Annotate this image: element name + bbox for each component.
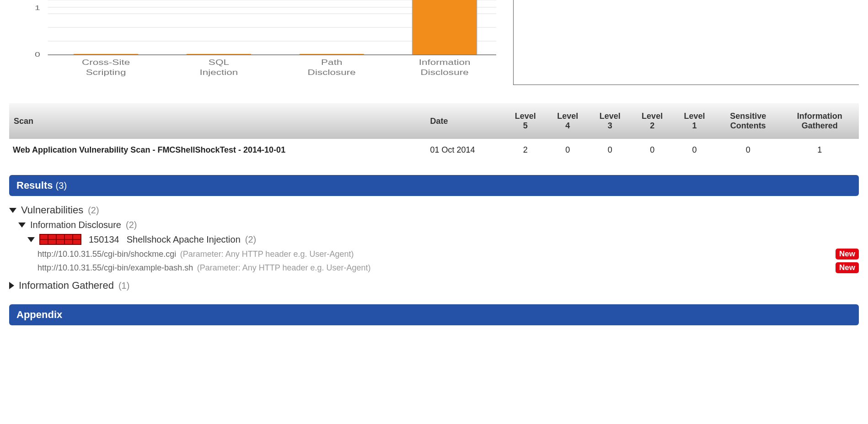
cell-l3: 0 bbox=[589, 139, 631, 161]
new-badge: New bbox=[836, 262, 859, 273]
vulnerabilities-node[interactable]: Vulnerabilities (2) bbox=[9, 204, 859, 216]
secondary-chart-box bbox=[513, 0, 859, 85]
cell-sc: 0 bbox=[716, 139, 781, 161]
th-l3: Level3 bbox=[589, 103, 631, 139]
ytick-0: 0 bbox=[35, 50, 40, 58]
th-l2: Level2 bbox=[631, 103, 673, 139]
xlabel-0a: Cross-Site bbox=[82, 58, 130, 66]
th-sc: SensitiveContents bbox=[716, 103, 781, 139]
severity-level5-icon bbox=[39, 234, 81, 245]
results-title: Results bbox=[16, 180, 53, 191]
finding-title: Shellshock Apache Injection bbox=[127, 234, 241, 245]
th-l1: Level1 bbox=[673, 103, 715, 139]
th-l4: Level4 bbox=[547, 103, 589, 139]
xlabel-3b: Disclosure bbox=[420, 68, 468, 76]
vulnerability-chart: 0 1 Cross-Site Scripting SQL Injection P… bbox=[9, 0, 499, 82]
new-badge: New bbox=[836, 249, 859, 260]
vuln-count: (2) bbox=[88, 205, 99, 216]
appendix-title: Appendix bbox=[16, 309, 62, 320]
xlabel-0b: Scripting bbox=[86, 68, 126, 76]
xlabel-2a: Path bbox=[321, 58, 342, 66]
ig-count: (1) bbox=[118, 281, 129, 291]
finding-node[interactable]: 150134 Shellshock Apache Injection (2) bbox=[27, 234, 859, 245]
scan-summary-table: Scan Date Level5 Level4 Level3 Level2 Le… bbox=[9, 103, 859, 161]
cell-scan: Web Application Vulnerability Scan - FMC… bbox=[9, 139, 427, 161]
th-date: Date bbox=[427, 103, 504, 139]
xlabel-3a: Information bbox=[419, 58, 471, 66]
ig-label: Information Gathered bbox=[19, 280, 114, 292]
finding-link-1[interactable]: http://10.10.31.55/cgi-bin/shockme.cgi (… bbox=[38, 249, 859, 260]
th-ig: InformationGathered bbox=[780, 103, 859, 139]
cell-l1: 0 bbox=[673, 139, 715, 161]
th-scan: Scan bbox=[9, 103, 427, 139]
info-gathered-node[interactable]: Information Gathered (1) bbox=[9, 280, 859, 292]
info-disclosure-node[interactable]: Information Disclosure (2) bbox=[18, 220, 859, 230]
caret-down-icon bbox=[9, 208, 16, 213]
vuln-label: Vulnerabilities bbox=[21, 204, 83, 216]
info-disc-label: Information Disclosure bbox=[30, 220, 121, 230]
finding-id: 150134 bbox=[89, 234, 119, 245]
ytick-1: 1 bbox=[35, 4, 40, 11]
table-row: Web Application Vulnerability Scan - FMC… bbox=[9, 139, 859, 161]
finding-link-2[interactable]: http://10.10.31.55/cgi-bin/example-bash.… bbox=[38, 262, 859, 273]
caret-right-icon bbox=[9, 282, 14, 289]
xlabel-1a: SQL bbox=[209, 58, 229, 66]
cell-ig: 1 bbox=[780, 139, 859, 161]
caret-down-icon bbox=[27, 237, 35, 242]
finding-url: http://10.10.31.55/cgi-bin/shockme.cgi bbox=[38, 249, 176, 259]
cell-date: 01 Oct 2014 bbox=[427, 139, 504, 161]
finding-param: (Parameter: Any HTTP header e.g. User-Ag… bbox=[180, 249, 354, 259]
finding-count: (2) bbox=[245, 234, 256, 245]
bar-information-disclosure bbox=[413, 0, 477, 55]
results-header[interactable]: Results (3) bbox=[9, 175, 859, 196]
finding-url: http://10.10.31.55/cgi-bin/example-bash.… bbox=[38, 263, 193, 272]
th-l5: Level5 bbox=[504, 103, 547, 139]
results-count: (3) bbox=[56, 180, 67, 191]
cell-l5: 2 bbox=[504, 139, 547, 161]
xlabel-2b: Disclosure bbox=[308, 68, 356, 76]
caret-down-icon bbox=[18, 223, 26, 228]
info-disc-count: (2) bbox=[126, 220, 137, 230]
cell-l2: 0 bbox=[631, 139, 673, 161]
appendix-header[interactable]: Appendix bbox=[9, 304, 859, 325]
cell-l4: 0 bbox=[547, 139, 589, 161]
xlabel-1b: Injection bbox=[199, 68, 238, 76]
finding-param: (Parameter: Any HTTP header e.g. User-Ag… bbox=[197, 263, 371, 272]
